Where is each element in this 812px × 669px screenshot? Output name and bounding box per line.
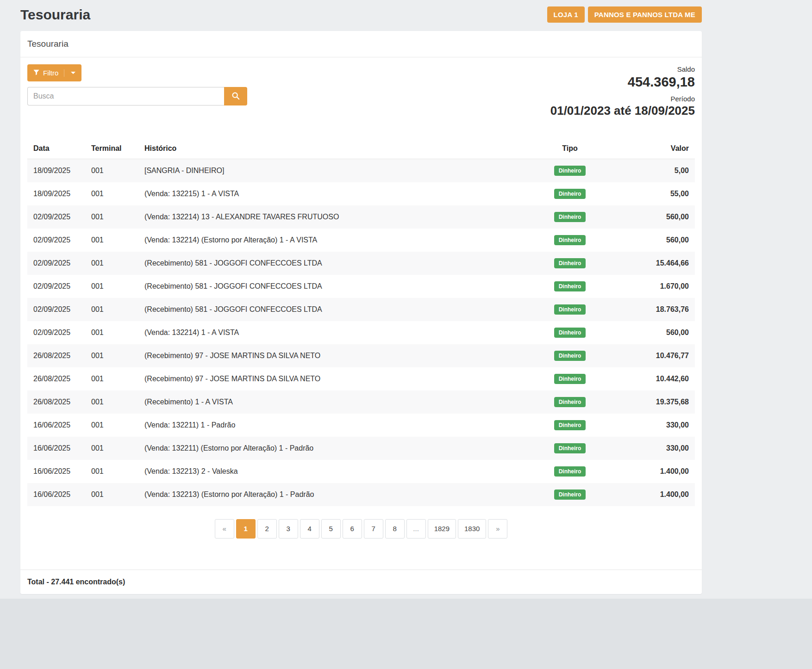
column-header-data: Data [27,138,85,159]
cell-valor: 10.442,60 [602,367,695,390]
cell-data: 18/09/2025 [27,159,85,182]
search-button[interactable] [224,87,247,105]
tipo-badge: Dinheiro [554,258,586,268]
tipo-badge: Dinheiro [554,166,586,176]
cell-terminal: 001 [85,298,138,321]
cell-terminal: 001 [85,159,138,182]
card-title: Tesouraria [20,31,702,57]
cell-tipo: Dinheiro [537,275,602,298]
cell-data: 16/06/2025 [27,460,85,483]
tipo-badge: Dinheiro [554,235,586,245]
total-count: Total - 27.441 encontrado(s) [20,570,702,594]
cell-tipo: Dinheiro [537,344,602,367]
cell-valor: 560,00 [602,229,695,252]
column-header-historico: Histórico [138,138,537,159]
cell-data: 02/09/2025 [27,321,85,344]
cell-data: 02/09/2025 [27,252,85,275]
saldo-value: 454.369,18 [550,74,695,90]
table-row: 18/09/2025001(Venda: 132215) 1 - A VISTA… [27,182,695,205]
filter-divider [64,69,64,77]
pagination-page-8[interactable]: 8 [385,519,405,539]
pagination-page-1[interactable]: 1 [236,519,256,539]
cell-terminal: 001 [85,205,138,229]
cell-data: 02/09/2025 [27,229,85,252]
pagination-page-3[interactable]: 3 [279,519,298,539]
cell-data: 26/08/2025 [27,344,85,367]
search-input[interactable] [27,87,224,105]
pagination-page-5[interactable]: 5 [321,519,341,539]
search-icon [231,92,240,101]
table-row: 26/08/2025001(Recebimento) 97 - JOSE MAR… [27,344,695,367]
cell-terminal: 001 [85,344,138,367]
pagination-prev[interactable]: « [215,519,234,539]
cell-historico: (Venda: 132214) 1 - A VISTA [138,321,537,344]
cell-terminal: 001 [85,414,138,437]
periodo-value: 01/01/2023 até 18/09/2025 [550,104,695,118]
table-row: 02/09/2025001(Venda: 132214) 1 - A VISTA… [27,321,695,344]
cell-valor: 330,00 [602,437,695,460]
cell-tipo: Dinheiro [537,367,602,390]
cell-terminal: 001 [85,437,138,460]
table-header-row: DataTerminalHistóricoTipoValor [27,138,695,159]
tesouraria-card: Tesouraria Filtro [20,31,702,594]
table-row: 02/09/2025001(Recebimento) 581 - JOGGOFI… [27,252,695,275]
card-body: Filtro [20,57,702,570]
cell-terminal: 001 [85,390,138,414]
cell-valor: 1.400,00 [602,460,695,483]
tipo-badge: Dinheiro [554,189,586,199]
cell-tipo: Dinheiro [537,437,602,460]
tipo-badge: Dinheiro [554,466,586,477]
periodo-label: Período [550,95,695,103]
cell-historico: (Venda: 132214) (Estorno por Alteração) … [138,229,537,252]
tipo-badge: Dinheiro [554,489,586,500]
cell-data: 16/06/2025 [27,483,85,506]
pagination-page-7[interactable]: 7 [364,519,383,539]
table-row: 16/06/2025001(Venda: 132213) 2 - Valeska… [27,460,695,483]
cell-historico: (Venda: 132211) (Estorno por Alteração) … [138,437,537,460]
cell-tipo: Dinheiro [537,159,602,182]
table-row: 16/06/2025001(Venda: 132211) (Estorno po… [27,437,695,460]
column-header-valor: Valor [602,138,695,159]
store-button[interactable]: LOJA 1 [547,6,585,23]
tipo-badge: Dinheiro [554,351,586,361]
pagination-page-4[interactable]: 4 [300,519,319,539]
topbar: Tesouraria LOJA 1 PANNOS E PANNOS LTDA M… [20,6,702,23]
cell-data: 18/09/2025 [27,182,85,205]
cell-historico: (Recebimento) 581 - JOGGOFI CONFECCOES L… [138,275,537,298]
topbar-buttons: LOJA 1 PANNOS E PANNOS LTDA ME [547,6,702,23]
cell-historico: (Recebimento) 97 - JOSE MARTINS DA SILVA… [138,344,537,367]
pagination-page-1830[interactable]: 1830 [458,519,486,539]
column-header-tipo: Tipo [537,138,602,159]
filter-button[interactable]: Filtro [27,64,81,81]
table-row: 02/09/2025001(Venda: 132214) (Estorno po… [27,229,695,252]
table-row: 16/06/2025001(Venda: 132213) (Estorno po… [27,483,695,506]
pagination-ellipsis: ... [406,519,426,539]
table-row: 02/09/2025001(Recebimento) 581 - JOGGOFI… [27,275,695,298]
cell-historico: (Venda: 132215) 1 - A VISTA [138,182,537,205]
filter-icon [33,69,39,77]
chevron-down-icon [71,72,75,74]
controls-row: Filtro [27,64,695,118]
cell-valor: 1.670,00 [602,275,695,298]
cell-valor: 330,00 [602,414,695,437]
table-row: 18/09/2025001[SANGRIA - DINHEIRO]Dinheir… [27,159,695,182]
cell-historico: (Venda: 132214) 13 - ALEXANDRE TAVARES F… [138,205,537,229]
cell-data: 16/06/2025 [27,437,85,460]
table-row: 26/08/2025001(Recebimento) 97 - JOSE MAR… [27,367,695,390]
company-button[interactable]: PANNOS E PANNOS LTDA ME [588,6,702,23]
table-row: 16/06/2025001(Venda: 132211) 1 - PadrãoD… [27,414,695,437]
pagination-next[interactable]: » [488,519,507,539]
cell-tipo: Dinheiro [537,321,602,344]
cell-tipo: Dinheiro [537,229,602,252]
cell-terminal: 001 [85,367,138,390]
page-title: Tesouraria [20,7,90,23]
cell-historico: [SANGRIA - DINHEIRO] [138,159,537,182]
cell-terminal: 001 [85,275,138,298]
pagination-page-1829[interactable]: 1829 [428,519,456,539]
cell-data: 02/09/2025 [27,298,85,321]
cell-historico: (Venda: 132213) (Estorno por Alteração) … [138,483,537,506]
cell-terminal: 001 [85,182,138,205]
pagination-page-2[interactable]: 2 [257,519,277,539]
cell-historico: (Recebimento) 97 - JOSE MARTINS DA SILVA… [138,367,537,390]
pagination-page-6[interactable]: 6 [343,519,362,539]
